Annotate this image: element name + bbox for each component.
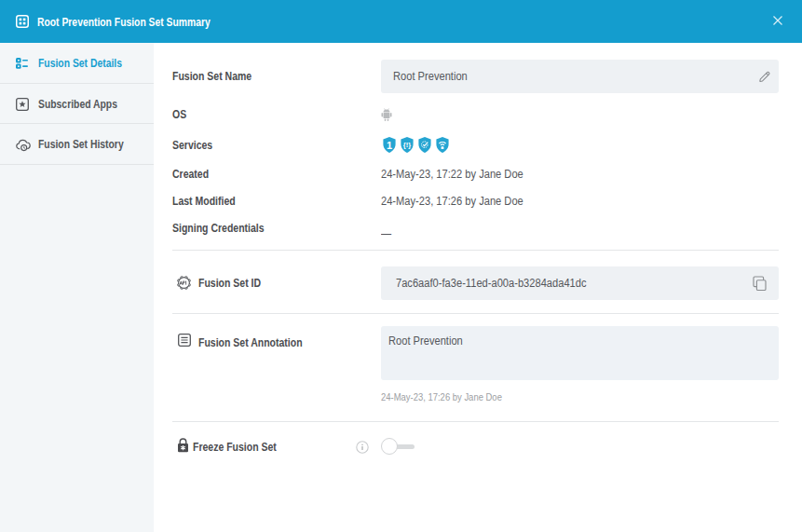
svg-text:{!}: {!} (403, 141, 411, 149)
svg-text:1: 1 (387, 140, 392, 151)
